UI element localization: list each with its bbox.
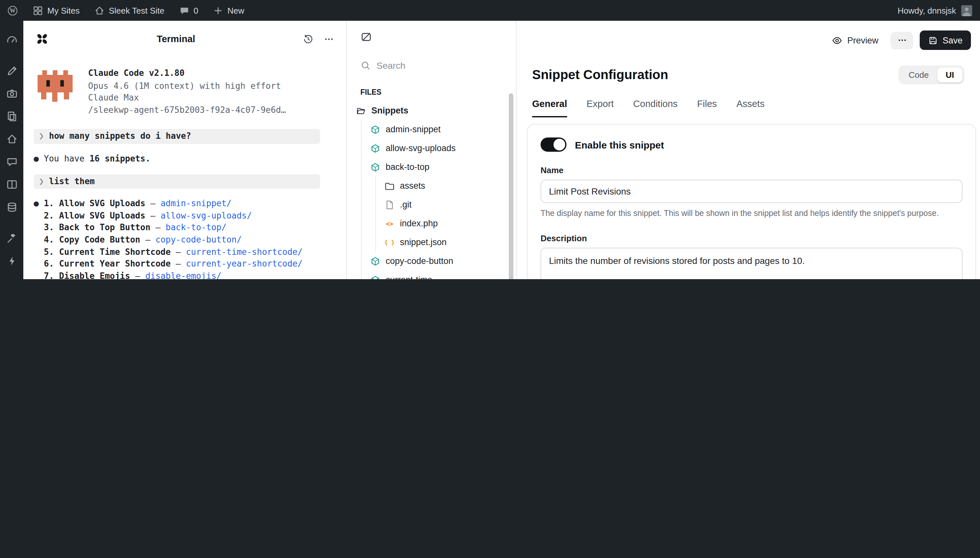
snippet-number: 4. <box>44 235 59 245</box>
snippet-list-item: 5. Current Time Shortcode — current-time… <box>34 246 320 258</box>
separator: — <box>140 235 155 245</box>
claude-cwd: /sleekwp-agent-675b2003-f92a-4c07-9e6d… <box>88 104 286 117</box>
columns-icon <box>5 178 18 190</box>
hammer-icon <box>5 232 18 245</box>
search-input[interactable] <box>376 60 502 71</box>
comments-menu[interactable]: 0 <box>172 0 205 21</box>
sidebar-item-home[interactable] <box>0 128 23 151</box>
screen: W My Sites Sleek Test Site 0 New Howdy, … <box>0 0 980 279</box>
gauge-icon <box>5 34 18 46</box>
tab-assets[interactable]: Assets <box>736 98 764 117</box>
tab-conditions[interactable]: Conditions <box>633 98 677 117</box>
description-textarea[interactable] <box>541 248 962 279</box>
tree-item-label: allow-svg-uploads <box>386 143 456 153</box>
save-button[interactable]: Save <box>920 31 971 50</box>
tree-item-current-time[interactable]: current-time-… <box>347 271 516 279</box>
snippet-number: 3. <box>44 223 59 233</box>
snippet-list-item: 2. Allow SVG Uploads — allow-svg-uploads… <box>34 210 320 222</box>
plus-icon <box>213 5 224 16</box>
more-options-button[interactable] <box>890 31 913 49</box>
sidebar-item-posts[interactable] <box>0 60 23 82</box>
tab-general[interactable]: General <box>532 98 567 117</box>
enable-snippet-toggle[interactable] <box>541 138 566 152</box>
snippet-number: 1. <box>44 199 59 208</box>
new-content-menu[interactable]: New <box>206 0 252 21</box>
separator: — <box>151 223 165 233</box>
howdy-label: Howdy, dnnsjsk <box>898 5 956 15</box>
comments-count: 0 <box>193 5 198 15</box>
snippet-link[interactable]: admin-snippet/ <box>160 199 231 208</box>
sidebar-item-media[interactable] <box>0 82 23 105</box>
snippet-link[interactable]: current-year-shortcode/ <box>186 259 303 269</box>
list-item-prefix <box>34 211 44 220</box>
list-item-prefix <box>34 271 44 279</box>
snippet-number: 5. <box>44 247 59 256</box>
tree-item-snippets[interactable]: Snippets <box>347 101 516 120</box>
tab-files[interactable]: Files <box>697 98 717 117</box>
snippet-list-item: 3. Back to Top Button — back-to-top/ <box>34 222 320 234</box>
account-menu[interactable]: Howdy, dnnsjsk <box>890 0 980 21</box>
my-sites-menu[interactable]: My Sites <box>25 0 87 21</box>
sidebar-item-users[interactable] <box>0 272 23 279</box>
tree-item-back-to-top[interactable]: back-to-top <box>347 158 516 176</box>
sidebar-item-tools[interactable] <box>0 227 23 249</box>
wordpress-logo-menu[interactable]: W <box>0 0 25 21</box>
tree-item-label: snippet.json <box>400 237 447 247</box>
snippet-link[interactable]: copy-code-button/ <box>155 235 242 245</box>
collapse-panel-icon[interactable] <box>360 31 372 43</box>
tree-item-admin-snippet[interactable]: admin-snippet <box>347 120 516 139</box>
snippet-link[interactable]: current-time-shortcode/ <box>186 247 303 256</box>
claude-version: Claude Code v2.1.80 <box>88 67 286 79</box>
name-input[interactable] <box>541 180 962 203</box>
house-icon <box>5 133 18 145</box>
tree-item-.git[interactable]: .git <box>347 195 516 214</box>
claude-plan: Claude Max <box>88 92 286 104</box>
tree-item-allow-svg-uploads[interactable]: allow-svg-uploads <box>347 139 516 158</box>
sidebar-item-database[interactable] <box>0 196 23 218</box>
terminal-menu-icon[interactable] <box>324 33 334 44</box>
field-name: NameThe display name for this snippet. T… <box>541 165 962 220</box>
separator: — <box>145 199 160 208</box>
snippet-link[interactable]: disable-emojis/ <box>145 271 221 279</box>
tree-item-assets[interactable]: assets <box>347 176 516 195</box>
preview-button[interactable]: Preview <box>826 31 884 49</box>
tree-item-label: assets <box>400 181 425 190</box>
claude-model: Opus 4.6 (1M context) with high effort <box>88 80 286 92</box>
files-scrollbar[interactable] <box>509 94 513 279</box>
sidebar-item-appearance[interactable] <box>0 173 23 196</box>
files-header <box>347 21 516 53</box>
separator: — <box>171 247 186 256</box>
mode-option-ui[interactable]: UI <box>937 67 962 82</box>
svg-text:W: W <box>10 7 16 14</box>
tree-item-copy-code-button[interactable]: copy-code-button <box>347 252 516 271</box>
tree-item-snippet.json[interactable]: { }snippet.json <box>347 233 516 252</box>
tree-item-label: back-to-top <box>386 162 429 172</box>
mode-option-code[interactable]: Code <box>900 67 937 82</box>
sidebar-item-comments[interactable] <box>0 151 23 173</box>
tab-export[interactable]: Export <box>587 98 614 117</box>
site-name-menu[interactable]: Sleek Test Site <box>87 0 172 21</box>
config-form: NameThe display name for this snippet. T… <box>541 165 962 279</box>
file-search[interactable] <box>347 53 516 78</box>
save-label: Save <box>942 35 962 45</box>
general-settings-card: Enable this snippet NameThe display name… <box>527 124 976 279</box>
separator: — <box>145 211 160 220</box>
search-icon <box>360 60 371 71</box>
response-text: You have <box>44 154 90 163</box>
history-icon[interactable] <box>303 33 314 44</box>
tree-group: admin-snippetallow-svg-uploadsback-to-to… <box>347 120 516 279</box>
list-item-prefix <box>34 259 44 269</box>
snippet-name: Allow SVG Uploads <box>59 199 145 208</box>
snippet-link[interactable]: back-to-top/ <box>165 223 227 233</box>
terminal-transcript: ❯ how many snippets do i have?● You have… <box>34 130 320 279</box>
page-title: Snippet Configuration <box>532 67 668 82</box>
comments-icon <box>178 5 190 16</box>
terminal-response: ● You have 16 snippets. <box>34 153 320 165</box>
files-panel: FILES Snippetsadmin-snippetallow-svg-upl… <box>347 21 517 279</box>
sidebar-item-dashboard[interactable] <box>0 28 23 51</box>
tree-item-index.php[interactable]: <>index.php <box>347 214 516 233</box>
snippet-link[interactable]: allow-svg-uploads/ <box>160 211 252 220</box>
sidebar-item-pages[interactable] <box>0 105 23 128</box>
package-icon <box>370 143 380 153</box>
sidebar-item-performance[interactable] <box>0 249 23 272</box>
